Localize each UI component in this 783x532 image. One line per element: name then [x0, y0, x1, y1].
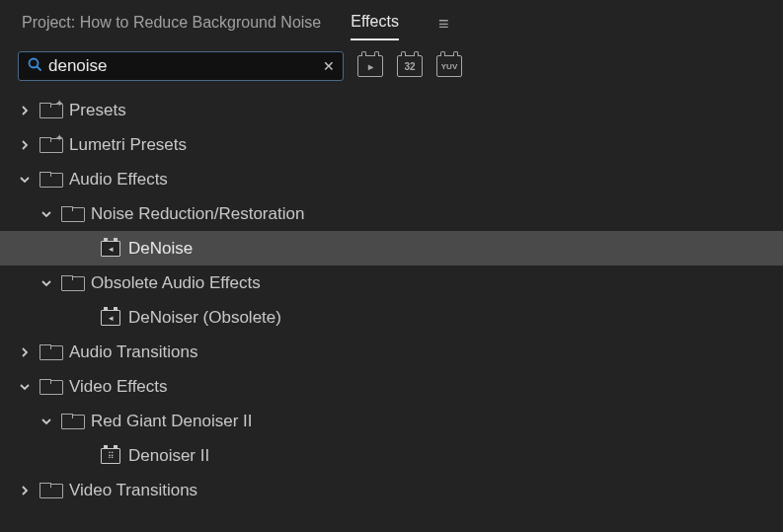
search-icon [27, 56, 42, 76]
tab-effects[interactable]: Effects [351, 7, 399, 40]
item-label: Lumetri Presets [69, 135, 187, 155]
item-label: Video Effects [69, 377, 168, 397]
item-label: Audio Effects [69, 170, 168, 190]
chevron-down-icon[interactable] [18, 173, 32, 187]
folder-icon [61, 414, 83, 429]
item-label: Denoiser II [128, 446, 209, 466]
item-label: DeNoiser (Obsolete) [128, 308, 281, 328]
arrow-spacer [79, 311, 93, 325]
chevron-down-icon[interactable] [39, 276, 53, 290]
folder-preset-icon: ✦ [39, 137, 61, 153]
item-label: Video Transitions [69, 481, 197, 500]
chevron-down-icon[interactable] [18, 380, 32, 394]
accelerated-effects-filter-icon[interactable]: ▸ [357, 55, 383, 77]
effect-folder[interactable]: ✦Lumetri Presets [0, 127, 783, 162]
item-label: Red Giant Denoiser II [91, 412, 252, 431]
video-effect-icon: ⠿ [101, 448, 120, 464]
audio-effect-icon: ◂ [101, 241, 120, 257]
clear-search-icon[interactable]: ✕ [323, 58, 335, 74]
chevron-right-icon[interactable] [18, 345, 32, 359]
folder-icon [39, 483, 61, 498]
effect-item[interactable]: ◂DeNoise [0, 231, 783, 266]
chevron-right-icon[interactable] [18, 104, 32, 117]
item-label: Noise Reduction/Restoration [91, 204, 304, 224]
effect-folder[interactable]: Audio Transitions [0, 335, 783, 369]
arrow-spacer [79, 242, 93, 256]
chevron-down-icon[interactable] [39, 415, 53, 428]
effect-folder[interactable]: Video Effects [0, 369, 783, 404]
chevron-right-icon[interactable] [18, 138, 32, 152]
yuv-effects-filter-icon[interactable]: YUV [436, 55, 462, 77]
folder-preset-icon: ✦ [39, 103, 61, 118]
folder-icon [61, 206, 83, 222]
search-box[interactable]: ✕ [18, 51, 344, 81]
folder-icon [39, 379, 61, 395]
svg-line-1 [38, 67, 41, 71]
folder-icon [61, 275, 83, 291]
effects-panel: Project: How to Reduce Background Noise … [0, 0, 783, 532]
item-label: Audio Transitions [69, 342, 197, 362]
chevron-down-icon[interactable] [39, 207, 53, 221]
folder-icon [39, 344, 61, 360]
effect-folder[interactable]: Red Giant Denoiser II [0, 404, 783, 438]
search-input[interactable] [42, 56, 323, 76]
audio-effect-icon: ◂ [101, 310, 120, 326]
effect-folder[interactable]: Noise Reduction/Restoration [0, 196, 783, 231]
chevron-right-icon[interactable] [18, 484, 32, 497]
item-label: Obsolete Audio Effects [91, 273, 261, 293]
tab-project[interactable]: Project: How to Reduce Background Noise [22, 8, 321, 39]
effect-item[interactable]: ◂DeNoiser (Obsolete) [0, 300, 783, 335]
item-label: DeNoise [128, 239, 193, 259]
item-label: Presets [69, 101, 126, 120]
search-row: ✕ ▸ 32 YUV [0, 41, 783, 89]
effect-item[interactable]: ⠿Denoiser II [0, 438, 783, 473]
effect-folder[interactable]: Video Transitions [0, 473, 783, 507]
effect-folder[interactable]: Audio Effects [0, 162, 783, 196]
32bit-effects-filter-icon[interactable]: 32 [397, 55, 423, 77]
arrow-spacer [79, 449, 93, 463]
effect-folder[interactable]: ✦Presets [0, 93, 783, 127]
effect-folder[interactable]: Obsolete Audio Effects [0, 266, 783, 300]
folder-icon [39, 172, 61, 188]
panel-menu-icon[interactable]: ≡ [429, 14, 449, 35]
panel-tabbar: Project: How to Reduce Background Noise … [0, 0, 783, 41]
effects-tree[interactable]: ✦Presets✦Lumetri PresetsAudio EffectsNoi… [0, 89, 783, 532]
